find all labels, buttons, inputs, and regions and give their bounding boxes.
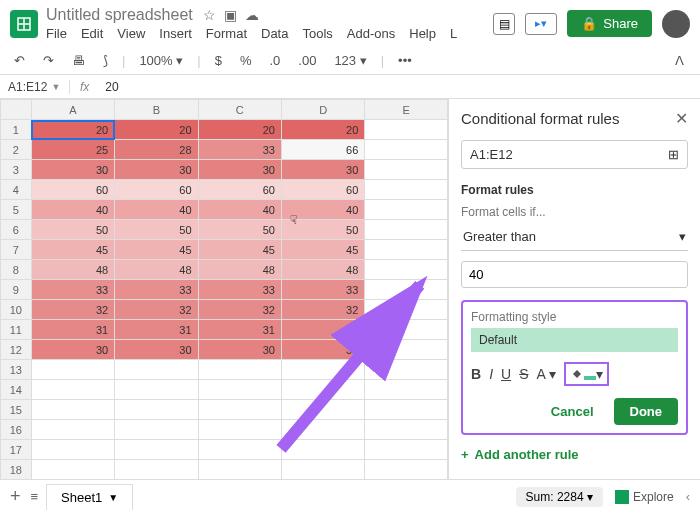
number-format-btn[interactable]: 123 ▾ [330, 51, 370, 70]
row-header[interactable]: 13 [1, 360, 32, 380]
text-color-btn[interactable]: A ▾ [536, 366, 555, 382]
col-header[interactable]: C [198, 100, 281, 120]
style-preview[interactable]: Default [471, 328, 678, 352]
cell[interactable]: 20 [281, 120, 364, 140]
cell[interactable] [115, 400, 198, 420]
cloud-icon[interactable]: ☁ [245, 7, 259, 23]
menu-data[interactable]: Data [261, 26, 288, 41]
row-header[interactable]: 11 [1, 320, 32, 340]
row-header[interactable]: 10 [1, 300, 32, 320]
all-sheets-icon[interactable]: ≡ [31, 489, 39, 504]
cell[interactable]: 20 [115, 120, 198, 140]
star-icon[interactable]: ☆ [203, 7, 216, 23]
menu-overflow[interactable]: L [450, 26, 457, 41]
row-header[interactable]: 7 [1, 240, 32, 260]
cell[interactable]: 32 [31, 300, 114, 320]
row-header[interactable]: 18 [1, 460, 32, 480]
cell[interactable]: 48 [31, 260, 114, 280]
cell[interactable] [31, 420, 114, 440]
row-header[interactable]: 17 [1, 440, 32, 460]
undo-icon[interactable]: ↶ [10, 51, 29, 70]
add-rule-button[interactable]: + Add another rule [461, 447, 688, 462]
menu-insert[interactable]: Insert [159, 26, 192, 41]
italic-btn[interactable]: I [489, 366, 493, 382]
cell[interactable]: 50 [198, 220, 281, 240]
cell[interactable]: 33 [281, 280, 364, 300]
menu-format[interactable]: Format [206, 26, 247, 41]
cell[interactable] [365, 180, 448, 200]
cell[interactable] [31, 360, 114, 380]
explore-button[interactable]: Explore [615, 490, 674, 504]
cell[interactable] [31, 380, 114, 400]
cell[interactable]: 30 [115, 160, 198, 180]
sheet-tab[interactable]: Sheet1 ▼ [46, 484, 133, 510]
dec-dec-btn[interactable]: .0 [265, 51, 284, 70]
cell[interactable] [365, 240, 448, 260]
cell[interactable]: 30 [31, 340, 114, 360]
cell[interactable] [365, 220, 448, 240]
condition-dropdown[interactable]: Greater than ▾ [461, 223, 688, 251]
row-header[interactable]: 8 [1, 260, 32, 280]
name-box[interactable]: A1:E12▼ [0, 80, 70, 94]
cell[interactable]: 60 [31, 180, 114, 200]
row-header[interactable]: 1 [1, 120, 32, 140]
cell[interactable] [115, 440, 198, 460]
row-header[interactable]: 12 [1, 340, 32, 360]
cell[interactable]: 28 [115, 140, 198, 160]
doc-title[interactable]: Untitled spreadsheet [46, 6, 193, 24]
cell[interactable] [115, 420, 198, 440]
row-header[interactable]: 5 [1, 200, 32, 220]
quicksum[interactable]: Sum: 2284 ▾ [516, 487, 603, 507]
menu-edit[interactable]: Edit [81, 26, 103, 41]
row-header[interactable]: 9 [1, 280, 32, 300]
avatar[interactable] [662, 10, 690, 38]
percent-btn[interactable]: % [236, 51, 256, 70]
cell[interactable]: 30 [31, 160, 114, 180]
cell[interactable] [281, 460, 364, 480]
cancel-button[interactable]: Cancel [539, 398, 606, 425]
cell[interactable]: 30 [198, 160, 281, 180]
cell[interactable]: 45 [281, 240, 364, 260]
cell[interactable] [198, 460, 281, 480]
cell[interactable]: 20 [31, 120, 114, 140]
cell[interactable]: 48 [115, 260, 198, 280]
cell[interactable]: 60 [281, 180, 364, 200]
add-sheet-icon[interactable]: + [10, 486, 21, 507]
cell[interactable]: 45 [115, 240, 198, 260]
range-input[interactable]: A1:E12 ⊞ [461, 140, 688, 169]
row-header[interactable]: 15 [1, 400, 32, 420]
col-header[interactable]: A [31, 100, 114, 120]
cell[interactable] [365, 200, 448, 220]
row-header[interactable]: 16 [1, 420, 32, 440]
cell[interactable]: 33 [115, 280, 198, 300]
cell[interactable]: 31 [31, 320, 114, 340]
grid-select-icon[interactable]: ⊞ [668, 147, 679, 162]
toolbar-collapse-icon[interactable]: ᐱ [675, 53, 690, 68]
cell[interactable]: 50 [31, 220, 114, 240]
cell[interactable] [365, 160, 448, 180]
row-header[interactable]: 6 [1, 220, 32, 240]
threshold-input[interactable] [461, 261, 688, 288]
meet-icon[interactable]: ▸▾ [525, 13, 557, 35]
row-header[interactable]: 3 [1, 160, 32, 180]
share-button[interactable]: 🔒 Share [567, 10, 652, 37]
cell[interactable]: 48 [281, 260, 364, 280]
cell[interactable]: 66 [281, 140, 364, 160]
row-header[interactable]: 2 [1, 140, 32, 160]
cell[interactable]: 33 [198, 280, 281, 300]
col-header[interactable]: B [115, 100, 198, 120]
cell[interactable] [365, 460, 448, 480]
cell[interactable]: 33 [198, 140, 281, 160]
cell[interactable]: 60 [198, 180, 281, 200]
cell[interactable]: 31 [115, 320, 198, 340]
currency-btn[interactable]: $ [211, 51, 226, 70]
cell[interactable]: 60 [115, 180, 198, 200]
cell[interactable] [365, 440, 448, 460]
row-header[interactable]: 14 [1, 380, 32, 400]
menu-view[interactable]: View [117, 26, 145, 41]
cell[interactable] [31, 440, 114, 460]
cell[interactable]: 45 [31, 240, 114, 260]
comments-icon[interactable]: ▤ [493, 13, 515, 35]
cell[interactable] [31, 460, 114, 480]
close-icon[interactable]: ✕ [675, 109, 688, 128]
